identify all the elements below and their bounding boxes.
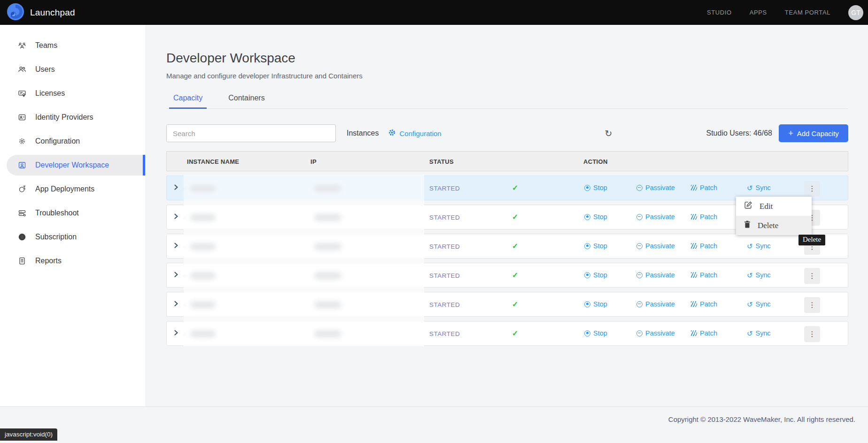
svg-text:$: $: [21, 235, 23, 239]
tab-containers[interactable]: Containers: [224, 94, 269, 108]
passivate-action[interactable]: Passivate: [636, 329, 675, 337]
col-action: ACTION: [583, 158, 608, 165]
nav-team-portal[interactable]: TEAM PORTAL: [785, 9, 830, 16]
plus-icon: +: [788, 129, 793, 138]
sidebar-item-troubleshoot[interactable]: Troubleshoot: [7, 203, 145, 223]
row-ellipsis: ..: [183, 329, 186, 336]
patch-icon: [691, 272, 697, 278]
stop-action[interactable]: Stop: [584, 213, 607, 221]
patch-icon: [691, 330, 697, 336]
teams-icon: [18, 41, 26, 50]
passivate-icon: [636, 214, 643, 220]
stop-icon: [584, 185, 590, 191]
patch-action[interactable]: Patch: [691, 271, 717, 279]
passivate-icon: [636, 272, 643, 278]
status-badge: STARTED: [429, 301, 460, 308]
table-row: .. STARTED ✓ Stop Passivate Patch ↺Sync …: [166, 263, 848, 288]
troubleshoot-icon: [18, 209, 26, 217]
instance-name-redacted: [190, 301, 216, 308]
patch-icon: [691, 185, 697, 191]
sidebar-item-licenses[interactable]: Licenses: [7, 83, 145, 104]
kebab-menu-button[interactable]: ⋮: [804, 181, 820, 197]
nav-studio[interactable]: STUDIO: [707, 9, 732, 16]
stop-action[interactable]: Stop: [584, 271, 607, 279]
ip-redacted: [314, 301, 341, 308]
configuration-link[interactable]: Configuration: [388, 129, 441, 138]
sync-action[interactable]: ↺Sync: [747, 184, 771, 191]
stop-action[interactable]: Stop: [584, 300, 607, 308]
passivate-icon: [636, 301, 643, 307]
patch-action[interactable]: Patch: [691, 184, 717, 191]
stop-icon: [584, 301, 590, 307]
passivate-action[interactable]: Passivate: [636, 271, 675, 279]
passivate-action[interactable]: Passivate: [636, 300, 675, 308]
health-check-icon: ✓: [512, 183, 518, 192]
studio-users-count: Studio Users: 46/68: [706, 129, 772, 137]
chevron-right-icon[interactable]: [173, 329, 179, 337]
delete-tooltip: Delete: [798, 235, 825, 245]
passivate-action[interactable]: Passivate: [636, 213, 675, 221]
chevron-right-icon[interactable]: [173, 183, 179, 192]
ip-redacted: [314, 243, 341, 250]
table-row: .. STARTED ✓ Stop Passivate Patch ↺Sync …: [166, 321, 848, 346]
edit-icon: [744, 201, 752, 212]
instance-name-redacted: [190, 330, 216, 337]
sync-action[interactable]: ↺Sync: [747, 329, 771, 337]
col-ip: IP: [310, 158, 317, 165]
health-check-icon: ✓: [512, 271, 518, 280]
patch-action[interactable]: Patch: [691, 300, 717, 308]
avatar[interactable]: GT: [848, 5, 863, 20]
sidebar-item-reports[interactable]: Reports: [7, 251, 145, 271]
sync-action[interactable]: ↺Sync: [747, 271, 771, 279]
patch-icon: [691, 214, 697, 220]
chevron-right-icon[interactable]: [173, 271, 179, 279]
app-deployments-icon: [18, 185, 26, 193]
passivate-action[interactable]: Passivate: [636, 184, 675, 191]
add-capacity-button[interactable]: + Add Capacity: [779, 124, 848, 142]
tab-capacity[interactable]: Capacity: [169, 94, 207, 108]
sync-icon: ↺: [747, 272, 753, 279]
sync-action[interactable]: ↺Sync: [747, 300, 771, 308]
col-instance-name: INSTANCE NAME: [187, 158, 239, 165]
stop-action[interactable]: Stop: [584, 242, 607, 250]
sidebar-item-configuration[interactable]: Configuration: [7, 131, 145, 152]
search-input[interactable]: [166, 124, 336, 142]
tab-bar: CapacityContainers: [166, 94, 848, 109]
sidebar-item-users[interactable]: Users: [7, 59, 145, 80]
ip-redacted: [314, 214, 341, 221]
menu-item-edit-label: Edit: [760, 202, 773, 211]
patch-icon: [691, 301, 697, 307]
kebab-menu-button[interactable]: ⋮: [804, 297, 820, 313]
patch-action[interactable]: Patch: [691, 242, 717, 250]
ip-redacted: [314, 272, 341, 279]
configuration-icon: [18, 137, 26, 145]
kebab-menu-button[interactable]: ⋮: [804, 268, 820, 284]
sidebar-item-developer-workspace[interactable]: Developer Workspace: [7, 155, 145, 176]
chevron-right-icon[interactable]: [173, 242, 179, 250]
stop-action[interactable]: Stop: [584, 329, 607, 337]
health-check-icon: ✓: [512, 242, 518, 251]
copyright-text: Copyright © 2013-2022 WaveMaker, Inc. Al…: [668, 415, 855, 423]
toolbar: Instances Configuration ↻ Studio Users: …: [166, 124, 848, 142]
chevron-right-icon[interactable]: [173, 213, 179, 221]
row-ellipsis: ..: [183, 271, 186, 278]
chevron-right-icon[interactable]: [173, 300, 179, 308]
stop-icon: [584, 214, 590, 220]
sidebar-item-app-deployments[interactable]: App Deployments: [7, 179, 145, 199]
stop-action[interactable]: Stop: [584, 184, 607, 191]
menu-item-delete[interactable]: Delete: [736, 216, 812, 235]
passivate-icon: [636, 243, 643, 249]
patch-action[interactable]: Patch: [691, 213, 717, 221]
top-bar: Launchpad STUDIO APPS TEAM PORTAL GT: [0, 0, 868, 25]
sidebar-item-subscription[interactable]: $Subscription: [7, 227, 145, 247]
configuration-link-label: Configuration: [399, 130, 441, 137]
sync-action[interactable]: ↺Sync: [747, 242, 771, 250]
patch-action[interactable]: Patch: [691, 329, 717, 337]
sidebar-item-teams[interactable]: Teams: [7, 35, 145, 56]
menu-item-edit[interactable]: Edit: [736, 197, 812, 216]
passivate-action[interactable]: Passivate: [636, 242, 675, 250]
sidebar-item-identity-providers[interactable]: Identity Providers: [7, 107, 145, 128]
nav-apps[interactable]: APPS: [750, 9, 767, 16]
kebab-menu-button[interactable]: ⋮: [804, 326, 820, 342]
refresh-icon[interactable]: ↻: [605, 129, 612, 138]
